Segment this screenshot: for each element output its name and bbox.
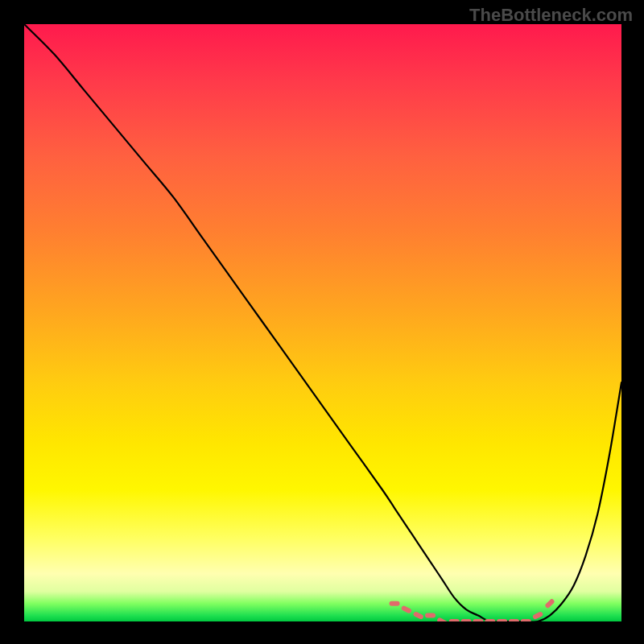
marker-dash [425,613,436,618]
marker-dash [485,619,495,621]
optimal-range-markers [390,598,555,621]
marker-dash [473,619,483,621]
marker-dash [509,619,519,621]
chart-svg [24,24,621,621]
marker-dash [497,619,507,621]
watermark-text: TheBottleneck.com [469,5,633,26]
marker-dash [401,605,412,614]
bottleneck-curve-line [24,24,621,621]
marker-dash [413,611,424,620]
marker-dash [521,619,531,621]
marker-dash [390,601,400,606]
chart-plot-area [24,24,621,621]
marker-dash [544,598,555,609]
marker-dash [436,617,448,621]
marker-dash [449,619,460,621]
marker-dash [461,619,472,621]
marker-dash [532,611,543,620]
